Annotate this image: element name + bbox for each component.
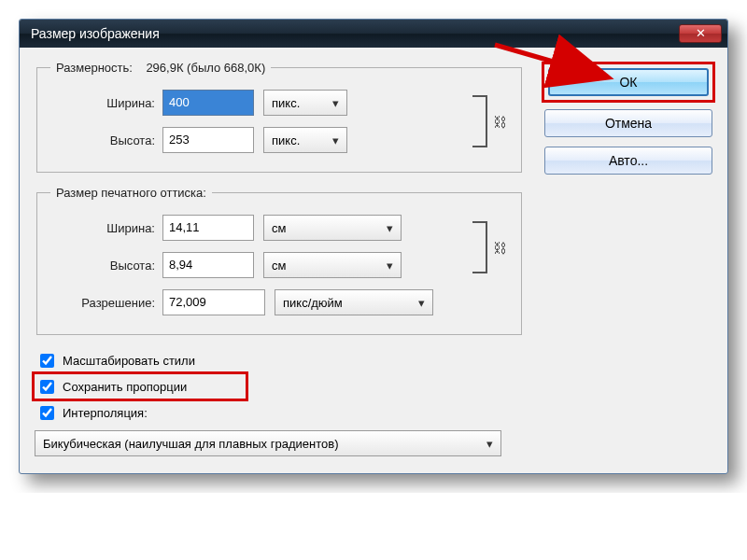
print-height-label: Высота: [50,259,162,273]
scale-styles-row[interactable]: Масштабировать стили [35,348,524,372]
resolution-input[interactable]: 72,009 [162,289,265,315]
scale-styles-checkbox[interactable] [40,354,54,368]
height-input[interactable]: 253 [162,127,254,153]
resample-row[interactable]: Интерполяция: [35,400,524,425]
constrain-proportions-checkbox[interactable] [40,380,54,394]
print-size-legend: Размер печатного оттиска: [50,186,212,200]
auto-button[interactable]: Авто... [544,147,712,175]
height-label: Высота: [50,133,162,147]
width-input[interactable]: 400 [162,90,254,116]
print-width-unit-select[interactable]: см ▾ [263,215,402,241]
resolution-label: Разрешение: [50,296,162,310]
print-width-input[interactable]: 14,11 [162,215,254,241]
resolution-unit-select[interactable]: пикс/дюйм ▾ [275,289,433,315]
ok-button[interactable]: ОК [548,68,709,96]
print-width-label: Ширина: [50,221,162,235]
chain-link-icon[interactable]: ⛓ [493,114,507,130]
print-height-input[interactable]: 8,94 [162,252,254,278]
resample-label: Интерполяция: [63,406,148,420]
print-height-unit-select[interactable]: см ▾ [263,252,402,278]
width-unit-select[interactable]: пикс. ▾ [263,90,347,116]
pixel-dimensions-legend: Размерность: 296,9К (было 668,0К) [50,61,271,75]
scale-styles-label: Масштабировать стили [63,354,195,368]
cancel-button[interactable]: Отмена [544,109,712,137]
chevron-down-icon: ▾ [387,259,393,273]
constrain-proportions-label: Сохранить пропорции [63,380,187,394]
close-icon: ✕ [696,26,706,40]
titlebar[interactable]: Размер изображения ✕ [20,20,727,48]
print-size-group: Размер печатного оттиска: Ширина: 14,11 … [36,186,522,335]
close-button[interactable]: ✕ [679,24,722,43]
window-title: Размер изображения [31,26,160,41]
interpolation-select[interactable]: Бикубическая (наилучшая для плавных град… [35,430,501,456]
chain-link-icon[interactable]: ⛓ [493,240,507,256]
constrain-proportions-row[interactable]: Сохранить пропорции [35,374,246,399]
bracket-icon [472,95,487,147]
chevron-down-icon: ▾ [332,133,339,147]
chevron-down-icon: ▾ [332,96,339,110]
height-unit-select[interactable]: пикс. ▾ [263,127,347,153]
chevron-down-icon: ▾ [418,296,425,310]
chevron-down-icon: ▾ [486,437,493,451]
resample-checkbox[interactable] [40,406,54,420]
chevron-down-icon: ▾ [387,221,393,235]
width-label: Ширина: [50,96,162,110]
bracket-icon [472,221,487,273]
pixel-dimensions-group: Размерность: 296,9К (было 668,0К) Ширина… [36,61,522,173]
image-size-dialog: Размер изображения ✕ Размерность: 296,9К… [19,19,728,474]
